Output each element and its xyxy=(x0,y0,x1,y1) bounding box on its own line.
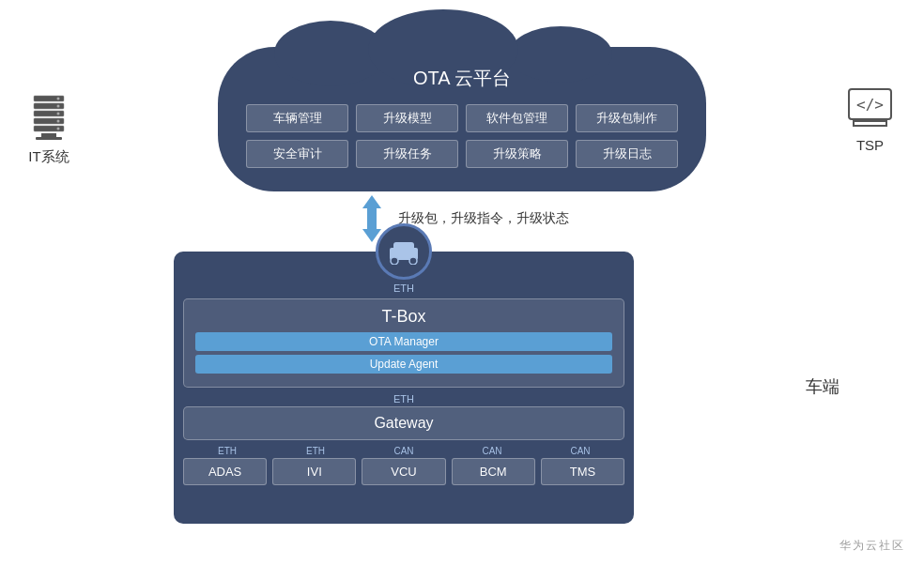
vehicle-box: ETH T-Box OTA Manager Update Agent ETH G… xyxy=(174,252,634,524)
car-icon-wrapper xyxy=(376,223,432,280)
ecu-adas: ADAS xyxy=(183,458,267,485)
bus-label-2: CAN xyxy=(360,446,448,456)
it-system: IT系统 xyxy=(28,94,69,166)
svg-rect-20 xyxy=(393,242,414,252)
cloud-section: OTA 云平台 车辆管理 升级模型 软件包管理 升级包制作 安全审计 升级任务 … xyxy=(169,19,755,191)
svg-text:</>: </> xyxy=(856,96,884,114)
bus-label-4: CAN xyxy=(536,446,624,456)
svg-point-9 xyxy=(57,113,60,115)
cloud-item-0: 车辆管理 xyxy=(246,104,348,132)
svg-rect-5 xyxy=(41,133,56,137)
svg-point-22 xyxy=(409,257,417,265)
svg-rect-18 xyxy=(367,206,377,231)
cloud-item-2: 软件包管理 xyxy=(466,104,568,132)
vehicle-side-label: 车端 xyxy=(806,375,839,398)
svg-rect-6 xyxy=(36,137,62,140)
cloud-item-7: 升级日志 xyxy=(576,140,678,168)
cloud-item-4: 安全审计 xyxy=(246,140,348,168)
cloud-row1: 车辆管理 升级模型 软件包管理 升级包制作 xyxy=(246,104,678,132)
svg-point-10 xyxy=(57,120,60,123)
cloud-item-6: 升级策略 xyxy=(466,140,568,168)
cloud-row2: 安全审计 升级任务 升级策略 升级日志 xyxy=(246,140,678,168)
arrow-label: 升级包，升级指令，升级状态 xyxy=(398,210,569,227)
bus-label-3: CAN xyxy=(448,446,536,456)
svg-point-8 xyxy=(57,105,60,108)
tsp-section: </> TSP xyxy=(844,84,896,153)
eth-label-mid: ETH xyxy=(183,393,624,405)
tsp-label: TSP xyxy=(856,137,884,153)
svg-marker-16 xyxy=(362,195,381,208)
svg-point-11 xyxy=(57,128,60,130)
svg-point-21 xyxy=(391,257,398,265)
gateway-section: Gateway xyxy=(183,406,624,440)
footer-label: 华为云社区 xyxy=(839,538,905,554)
tsp-icon: </> xyxy=(844,84,896,131)
car-icon xyxy=(386,238,422,265)
ecu-vcu: VCU xyxy=(362,458,445,485)
cloud-item-1: 升级模型 xyxy=(356,104,458,132)
update-agent: Update Agent xyxy=(195,355,612,374)
ecu-ivi: IVI xyxy=(272,458,356,485)
bus-labels: ETH ETH CAN CAN CAN xyxy=(183,446,624,456)
ecu-tms: TMS xyxy=(541,458,624,485)
bus-label-1: ETH xyxy=(271,446,360,456)
eth-label-top: ETH xyxy=(393,282,414,294)
tbox-title: T-Box xyxy=(195,307,612,327)
svg-rect-13 xyxy=(854,121,886,126)
cloud-shape: OTA 云平台 车辆管理 升级模型 软件包管理 升级包制作 安全审计 升级任务 … xyxy=(218,47,706,191)
cloud-title: OTA 云平台 xyxy=(246,66,678,91)
svg-rect-14 xyxy=(861,118,879,121)
tbox-section: ETH T-Box OTA Manager Update Agent xyxy=(183,298,624,388)
cloud-item-5: 升级任务 xyxy=(356,140,458,168)
cloud-item-3: 升级包制作 xyxy=(576,104,678,132)
server-icon xyxy=(28,94,69,143)
svg-point-7 xyxy=(57,98,60,100)
it-system-label: IT系统 xyxy=(28,148,69,166)
gateway-title: Gateway xyxy=(195,415,612,432)
ecu-bcm: BCM xyxy=(452,458,535,485)
bus-label-0: ETH xyxy=(183,446,271,456)
ecu-row: ADAS IVI VCU BCM TMS xyxy=(183,458,624,485)
ota-manager: OTA Manager xyxy=(195,332,612,351)
